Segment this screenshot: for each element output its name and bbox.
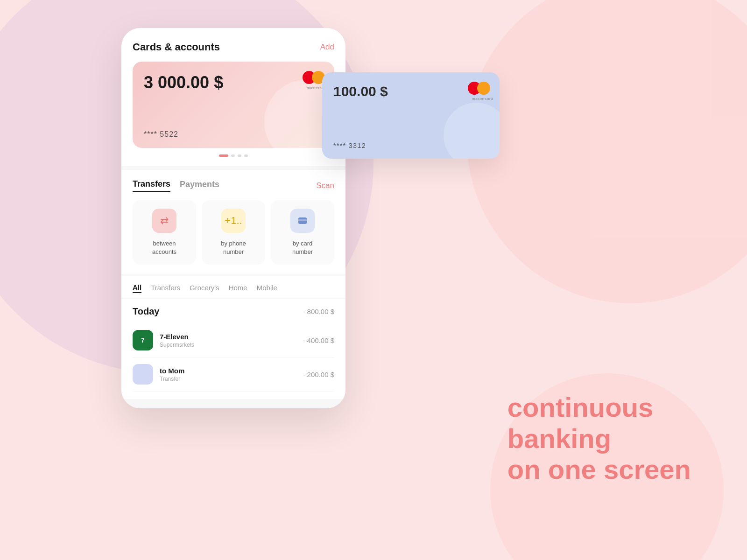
- card-pagination-dots: [133, 154, 334, 157]
- dot-1: [231, 154, 235, 157]
- second-card[interactable]: 100.00 $ **** 3312 mastercard: [322, 72, 500, 159]
- filter-all[interactable]: All: [133, 283, 141, 293]
- filter-mobile[interactable]: Mobile: [257, 284, 277, 293]
- seven-eleven-logo-text: 7: [141, 336, 145, 344]
- phone-number-icon: +1..: [221, 209, 246, 233]
- main-card-number: **** 5522: [144, 130, 178, 139]
- second-card-mastercard: [468, 82, 490, 95]
- tab-payments[interactable]: Payments: [180, 179, 219, 192]
- second-card-amount: 100.00 $: [333, 84, 488, 99]
- between-accounts-icon: ⇄: [152, 209, 176, 233]
- transaction-seven-eleven[interactable]: 7 7-Eleven Supermsrkets - 400.00 $: [133, 323, 334, 357]
- seven-eleven-amount: - 400.00 $: [303, 336, 334, 344]
- cards-header: Cards & accounts Add: [133, 41, 334, 53]
- filter-groceries[interactable]: Grocery's: [190, 284, 219, 293]
- bg-circle-right: [467, 0, 747, 303]
- transfers-section: Transfers Payments Scan ⇄ betweenaccount…: [121, 170, 345, 274]
- filter-transfers[interactable]: Transfers: [151, 284, 180, 293]
- dot-3: [244, 154, 248, 157]
- dot-active: [219, 154, 228, 157]
- second-card-number: **** 3312: [333, 141, 366, 149]
- mom-info: to Mom Transfer: [160, 367, 303, 382]
- scan-button[interactable]: Scan: [316, 181, 334, 190]
- second-card-decoration: [444, 103, 500, 159]
- seven-eleven-sub: Supermsrkets: [160, 342, 303, 348]
- mom-amount: - 200.00 $: [303, 371, 334, 378]
- second-mc-label: mastercard: [472, 97, 493, 101]
- tagline-line1: continuous: [507, 392, 691, 423]
- seven-eleven-name: 7-Eleven: [160, 333, 303, 341]
- transfer-option-phone-number[interactable]: +1.. by phonenumber: [202, 200, 265, 265]
- svg-rect-1: [298, 219, 307, 221]
- seven-eleven-icon: 7: [133, 330, 153, 350]
- tabs-row: Transfers Payments Scan: [133, 179, 334, 192]
- mom-sub: Transfer: [160, 376, 303, 382]
- today-header: Today - 800.00 $: [133, 306, 334, 317]
- cards-section: Cards & accounts Add 3 000.00 $ **** 552…: [121, 28, 345, 166]
- today-label: Today: [133, 306, 159, 317]
- transfer-option-card-number[interactable]: by cardnumber: [271, 200, 334, 265]
- seven-eleven-info: 7-Eleven Supermsrkets: [160, 333, 303, 348]
- cards-title: Cards & accounts: [133, 41, 220, 53]
- second-mc-orange: [477, 82, 490, 95]
- tagline: continuous banking on one screen: [507, 392, 691, 485]
- filter-section: All Transfers Grocery's Home Mobile: [121, 276, 345, 298]
- transaction-to-mom[interactable]: to Mom Transfer - 200.00 $: [133, 357, 334, 392]
- mom-name: to Mom: [160, 367, 303, 375]
- add-button[interactable]: Add: [320, 42, 334, 52]
- phone-container: Cards & accounts Add 3 000.00 $ **** 552…: [121, 28, 345, 408]
- today-total: - 800.00 $: [303, 308, 334, 315]
- between-accounts-label: betweenaccounts: [138, 239, 190, 256]
- transfer-option-between-accounts[interactable]: ⇄ betweenaccounts: [133, 200, 196, 265]
- transfer-options: ⇄ betweenaccounts +1.. by phonenumber by…: [133, 200, 334, 265]
- mom-avatar-icon: [133, 364, 153, 385]
- phone-number-label: by phonenumber: [207, 239, 260, 256]
- card-number-label: by cardnumber: [276, 239, 329, 256]
- main-card[interactable]: 3 000.00 $ **** 5522 mastercard: [133, 62, 334, 148]
- tagline-line3: on one screen: [507, 454, 691, 485]
- dot-2: [238, 154, 241, 157]
- mastercard-logo: [303, 71, 325, 84]
- card-number-icon: [290, 209, 315, 233]
- tab-transfers[interactable]: Transfers: [133, 179, 170, 192]
- filter-home[interactable]: Home: [229, 284, 247, 293]
- main-tabs: Transfers Payments: [133, 179, 219, 192]
- filter-tabs: All Transfers Grocery's Home Mobile: [133, 283, 334, 293]
- tagline-line2: banking: [507, 423, 691, 455]
- transactions-section: Today - 800.00 $ 7 7-Eleven Supermsrkets…: [121, 299, 345, 399]
